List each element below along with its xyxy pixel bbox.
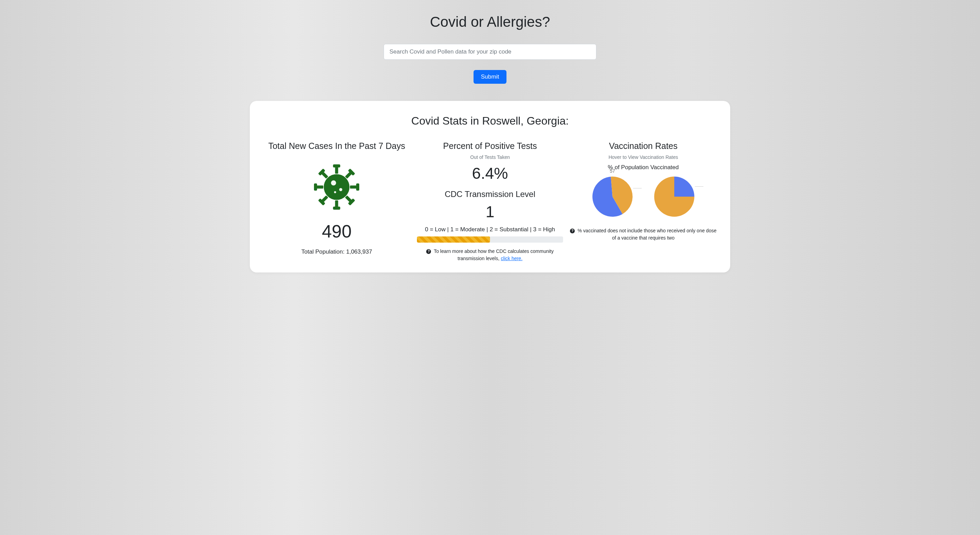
svg-rect-5 xyxy=(316,186,323,189)
stats-title: Covid Stats in Roswell, Georgia: xyxy=(264,115,716,127)
transmission-progress-fill xyxy=(417,236,490,243)
vaccination-heading: Vaccination Rates xyxy=(570,141,716,151)
positive-tests-value: 6.4% xyxy=(417,164,563,183)
vaccination-column: Vaccination Rates Hover to View Vaccinat… xyxy=(570,141,716,242)
page-title: Covid or Allergies? xyxy=(250,14,730,30)
positive-tests-heading: Percent of Positive Tests xyxy=(417,141,563,151)
svg-point-0 xyxy=(324,174,350,200)
vaccination-chart-title: % of Population Vaccinated xyxy=(570,164,716,171)
transmission-progress xyxy=(417,236,563,243)
transmission-legend: 0 = Low | 1 = Moderate | 2 = Substantial… xyxy=(417,226,563,233)
zip-search-input[interactable] xyxy=(383,44,597,60)
new-cases-value: 490 xyxy=(264,221,410,242)
population-label: Total Population: 1,063,937 xyxy=(264,248,410,255)
positive-tests-column: Percent of Positive Tests Out of Tests T… xyxy=(417,141,563,262)
new-cases-column: Total New Cases In the Past 7 Days xyxy=(264,141,410,255)
svg-point-17 xyxy=(331,180,336,186)
svg-rect-6 xyxy=(314,183,317,191)
info-icon: ? xyxy=(570,229,575,233)
pie-hover-value: 57 xyxy=(610,168,615,174)
svg-point-18 xyxy=(339,188,342,191)
svg-rect-3 xyxy=(335,201,338,208)
vaccination-pie-1[interactable]: 57 xyxy=(590,174,635,220)
leader-line xyxy=(695,186,703,187)
vaccination-subheading: Hover to View Vaccination Rates xyxy=(570,154,716,160)
leader-line xyxy=(633,188,642,188)
svg-rect-2 xyxy=(333,164,340,167)
transmission-value: 1 xyxy=(417,202,563,221)
transmission-info-link[interactable]: click here. xyxy=(501,256,523,261)
svg-rect-4 xyxy=(333,207,340,210)
stats-card: Covid Stats in Roswell, Georgia: Total N… xyxy=(250,101,730,272)
svg-rect-7 xyxy=(350,186,357,189)
virus-icon xyxy=(264,161,410,214)
svg-rect-8 xyxy=(356,183,359,191)
vaccination-pie-2[interactable] xyxy=(652,174,697,220)
positive-tests-subheading: Out of Tests Taken xyxy=(417,154,563,160)
new-cases-heading: Total New Cases In the Past 7 Days xyxy=(264,141,410,151)
info-icon: ? xyxy=(426,249,431,254)
svg-rect-1 xyxy=(335,166,338,174)
svg-point-19 xyxy=(334,191,336,193)
transmission-info-text: To learn more about how the CDC calculat… xyxy=(434,248,554,261)
vaccination-info: ? % vaccinated does not include those wh… xyxy=(570,227,716,242)
transmission-heading: CDC Transmission Level xyxy=(417,189,563,199)
transmission-info: ? To learn more about how the CDC calcul… xyxy=(417,248,563,262)
submit-button[interactable]: Submit xyxy=(474,70,507,84)
vaccination-info-text: % vaccinated does not include those who … xyxy=(578,228,716,240)
